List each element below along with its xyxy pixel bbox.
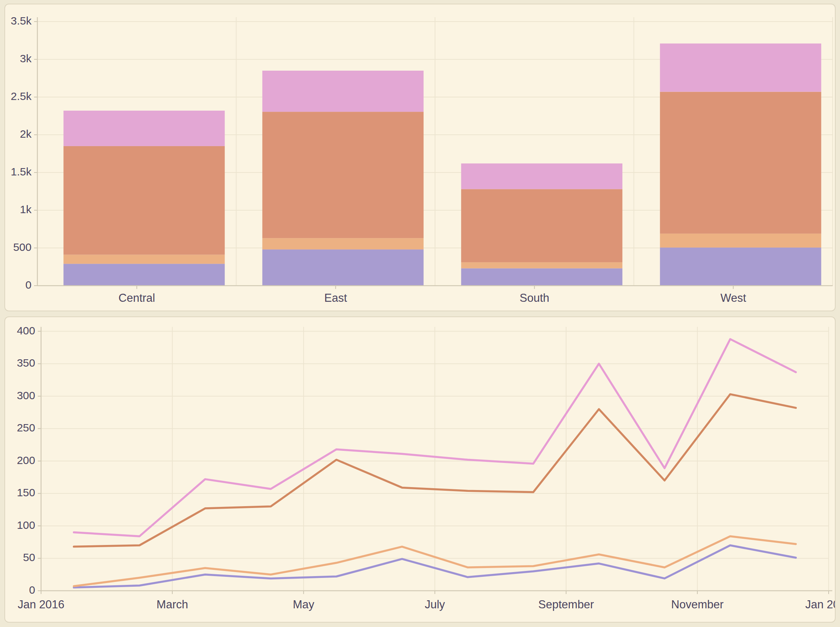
bar-segment-purple-east[interactable] bbox=[262, 249, 424, 286]
x-axis-label: Central bbox=[118, 291, 155, 304]
bar-segment-salmon-west[interactable] bbox=[660, 92, 821, 234]
bar-segment-pink-east[interactable] bbox=[262, 71, 424, 112]
y-axis-label: 300 bbox=[17, 389, 35, 402]
y-axis-label: 200 bbox=[17, 454, 35, 466]
y-axis-label: 500 bbox=[13, 241, 32, 253]
line-chart-svg: 050100150200250300350400Jan 2016MarchMay… bbox=[5, 317, 835, 622]
line-chart-card: 050100150200250300350400Jan 2016MarchMay… bbox=[5, 317, 835, 622]
x-axis-label: Jan 2016 bbox=[17, 598, 65, 611]
x-axis-label: November bbox=[671, 598, 723, 611]
x-axis-label: September bbox=[538, 598, 594, 611]
y-axis-label: 2.5k bbox=[11, 90, 32, 102]
x-axis-label: South bbox=[520, 291, 549, 304]
y-axis-label: 0 bbox=[29, 584, 35, 596]
bar-segment-purple-west[interactable] bbox=[660, 247, 821, 286]
y-axis-label: 2k bbox=[20, 128, 32, 140]
x-axis-label: March bbox=[156, 598, 188, 611]
bar-segment-tan-south[interactable] bbox=[461, 262, 622, 268]
y-axis-label: 150 bbox=[17, 486, 35, 498]
y-axis-label: 1k bbox=[20, 203, 32, 215]
bar-segment-pink-south[interactable] bbox=[461, 163, 622, 189]
y-axis-label: 100 bbox=[17, 519, 35, 531]
bar-segment-purple-central[interactable] bbox=[63, 264, 225, 286]
x-axis-label: July bbox=[425, 598, 445, 611]
x-axis-label: Jan 2017 bbox=[805, 598, 835, 611]
bar-segment-salmon-central[interactable] bbox=[63, 146, 225, 255]
y-axis-label: 1.5k bbox=[11, 165, 32, 178]
x-axis-label: May bbox=[293, 598, 314, 611]
bar-chart-card: 05001k1.5k2k2.5k3k3.5kCentralEastSouthWe… bbox=[5, 4, 835, 311]
x-axis-label: East bbox=[324, 291, 347, 304]
bar-segment-salmon-south[interactable] bbox=[461, 189, 622, 262]
bar-segment-pink-west[interactable] bbox=[660, 44, 821, 92]
y-axis-label: 350 bbox=[17, 357, 35, 369]
bar-segment-salmon-east[interactable] bbox=[262, 112, 424, 238]
bar-segment-pink-central[interactable] bbox=[63, 110, 225, 146]
bar-segment-tan-east[interactable] bbox=[262, 238, 424, 249]
bar-chart-svg: 05001k1.5k2k2.5k3k3.5kCentralEastSouthWe… bbox=[5, 5, 835, 311]
bar-segment-purple-south[interactable] bbox=[461, 268, 622, 286]
bar-segment-tan-central[interactable] bbox=[63, 255, 225, 264]
x-axis-label: West bbox=[720, 291, 746, 304]
bar-segment-tan-west[interactable] bbox=[660, 234, 821, 247]
y-axis-label: 400 bbox=[17, 325, 35, 337]
y-axis-label: 3.5k bbox=[11, 15, 32, 27]
y-axis-label: 250 bbox=[17, 422, 35, 434]
y-axis-label: 50 bbox=[23, 551, 35, 563]
y-axis-label: 3k bbox=[20, 52, 32, 65]
y-axis-label: 0 bbox=[25, 279, 32, 291]
